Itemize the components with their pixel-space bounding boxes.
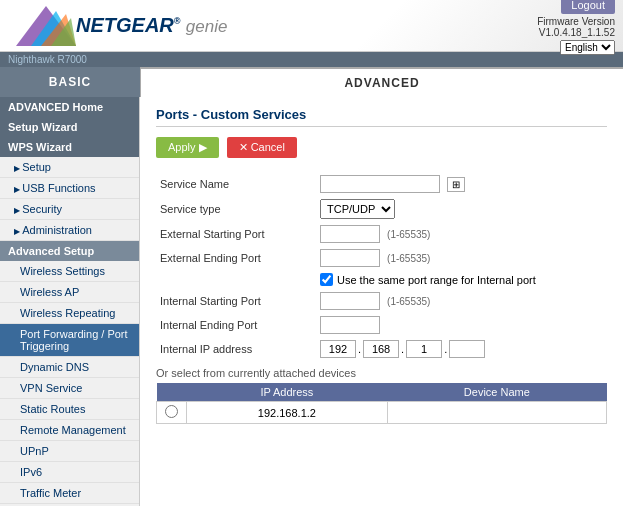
apply-button[interactable]: Apply ▶ (156, 137, 219, 158)
logo-area: NETGEAR® genie (8, 6, 227, 46)
sidebar-item-setup[interactable]: Setup (0, 157, 139, 178)
sidebar-item-usb-functions[interactable]: USB Functions (0, 178, 139, 199)
tab-basic[interactable]: BASIC (0, 67, 140, 97)
service-type-row: Service type TCP/UDP TCP UDP (156, 196, 607, 222)
sidebar-item-port-forwarding[interactable]: Port Forwarding / Port Triggering (0, 324, 139, 357)
service-type-select[interactable]: TCP/UDP TCP UDP (320, 199, 395, 219)
language-select[interactable]: English (560, 40, 615, 55)
language-selector-wrap: English (537, 40, 615, 55)
tab-advanced[interactable]: ADVANCED (140, 67, 623, 97)
sidebar-item-administration[interactable]: Administration (0, 220, 139, 241)
sidebar-item-wireless-ap[interactable]: Wireless AP (0, 282, 139, 303)
service-type-label: Service type (156, 196, 316, 222)
sidebar-item-security[interactable]: Security (0, 199, 139, 220)
same-port-label: Use the same port range for Internal por… (337, 274, 536, 286)
int-starting-port-input[interactable] (320, 292, 380, 310)
int-ending-port-input[interactable] (320, 316, 380, 334)
device-table: IP Address Device Name 192.168.1.2 (156, 383, 607, 424)
logo-triangle-icon (16, 6, 76, 46)
sidebar-item-static-routes[interactable]: Static Routes (0, 399, 139, 420)
sidebar-item-vpn-service[interactable]: VPN Service (0, 378, 139, 399)
ext-starting-port-label: External Starting Port (156, 222, 316, 246)
sidebar-item-wireless-repeating[interactable]: Wireless Repeating (0, 303, 139, 324)
int-ip-label: Internal IP address (156, 337, 316, 361)
cancel-button[interactable]: ✕ Cancel (227, 137, 297, 158)
page-title: Ports - Custom Services (156, 107, 607, 127)
sidebar-item-advanced-home[interactable]: ADVANCED Home (0, 97, 139, 117)
int-starting-port-row: Internal Starting Port (1-65535) (156, 289, 607, 313)
sidebar-section-advanced-setup: Advanced Setup (0, 241, 139, 261)
int-ending-port-row: Internal Ending Port (156, 313, 607, 337)
same-port-checkbox[interactable] (320, 273, 333, 286)
or-select-label: Or select from currently attached device… (156, 367, 607, 379)
ext-ending-port-row: External Ending Port (1-65535) (156, 246, 607, 270)
button-bar: Apply ▶ ✕ Cancel (156, 137, 607, 158)
ip-octet-1[interactable] (320, 340, 356, 358)
model-subheader: Nighthawk R7000 (0, 52, 623, 67)
tab-bar: BASIC ADVANCED (0, 67, 623, 97)
service-name-row: Service Name ⊞ (156, 172, 607, 196)
ext-ending-port-hint: (1-65535) (387, 253, 430, 264)
content-area: Ports - Custom Services Apply ▶ ✕ Cancel… (140, 97, 623, 506)
sidebar-item-upnp[interactable]: UPnP (0, 441, 139, 462)
int-starting-port-hint: (1-65535) (387, 296, 430, 307)
col-device-name: Device Name (387, 383, 606, 402)
device-table-wrap: Or select from currently attached device… (156, 367, 607, 424)
ext-starting-port-input[interactable] (320, 225, 380, 243)
ip-octet-4[interactable] (449, 340, 485, 358)
ip-octet-3[interactable] (406, 340, 442, 358)
service-name-label: Service Name (156, 172, 316, 196)
logout-button[interactable]: Logout (561, 0, 615, 14)
device-table-header: IP Address Device Name (157, 383, 607, 402)
ext-starting-port-hint: (1-65535) (387, 229, 430, 240)
model-name: Nighthawk R7000 (8, 54, 87, 65)
sidebar-item-remote-management[interactable]: Remote Management (0, 420, 139, 441)
sidebar-item-wps-wizard[interactable]: WPS Wizard (0, 137, 139, 157)
sidebar-item-ipv6[interactable]: IPv6 (0, 462, 139, 483)
firmware-info: Firmware Version V1.0.4.18_1.1.52 (537, 16, 615, 38)
header-right: Logout Firmware Version V1.0.4.18_1.1.52… (537, 0, 615, 55)
ext-starting-port-row: External Starting Port (1-65535) (156, 222, 607, 246)
sidebar-item-usb-settings[interactable]: USB Settings (0, 504, 139, 506)
ip-octet-2[interactable] (363, 340, 399, 358)
firmware-label: Firmware Version (537, 16, 615, 27)
col-select (157, 383, 187, 402)
brand-logo: NETGEAR® (76, 14, 180, 36)
main-layout: ADVANCED Home Setup Wizard WPS Wizard Se… (0, 97, 623, 506)
sidebar-item-wireless-settings[interactable]: Wireless Settings (0, 261, 139, 282)
header: NETGEAR® genie Logout Firmware Version V… (0, 0, 623, 52)
col-ip-address: IP Address (187, 383, 388, 402)
form-table: Service Name ⊞ Service type TCP/UDP TCP … (156, 172, 607, 361)
int-ending-port-label: Internal Ending Port (156, 313, 316, 337)
int-starting-port-label: Internal Starting Port (156, 289, 316, 313)
sidebar-item-dynamic-dns[interactable]: Dynamic DNS (0, 357, 139, 378)
ext-ending-port-input[interactable] (320, 249, 380, 267)
product-logo: genie (186, 17, 228, 36)
sidebar: ADVANCED Home Setup Wizard WPS Wizard Se… (0, 97, 140, 506)
table-row: 192.168.1.2 (157, 402, 607, 424)
ip-address-fields: . . . (320, 340, 603, 358)
ext-ending-port-label: External Ending Port (156, 246, 316, 270)
device-radio[interactable] (165, 405, 178, 418)
int-ip-row: Internal IP address . . . (156, 337, 607, 361)
same-port-row: Use the same port range for Internal por… (156, 270, 607, 289)
sidebar-item-traffic-meter[interactable]: Traffic Meter (0, 483, 139, 504)
same-port-checkbox-row: Use the same port range for Internal por… (320, 273, 603, 286)
service-name-input[interactable] (320, 175, 440, 193)
device-name (387, 402, 606, 424)
device-ip: 192.168.1.2 (187, 402, 388, 424)
sidebar-item-setup-wizard[interactable]: Setup Wizard (0, 117, 139, 137)
firmware-version: V1.0.4.18_1.1.52 (539, 27, 615, 38)
service-name-icon: ⊞ (447, 177, 465, 192)
